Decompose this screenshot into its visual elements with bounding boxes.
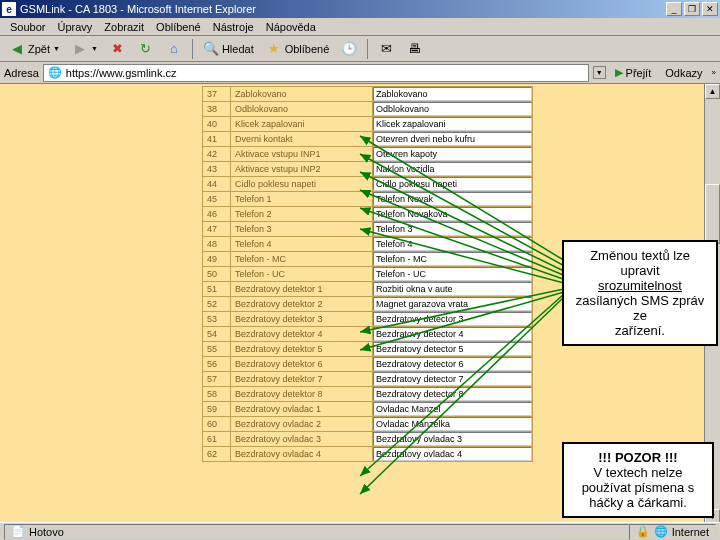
row-number: 59 bbox=[203, 402, 231, 417]
text-input[interactable]: Cidlo poklesu napeti bbox=[373, 177, 532, 191]
scroll-up-button[interactable]: ▲ bbox=[705, 84, 720, 99]
row-number: 43 bbox=[203, 162, 231, 177]
links-button[interactable]: Odkazy bbox=[660, 66, 707, 80]
row-input-cell: Telefon - MC bbox=[373, 252, 533, 267]
minimize-button[interactable]: _ bbox=[666, 2, 682, 16]
row-input-cell: Telefon Novak bbox=[373, 192, 533, 207]
scroll-thumb[interactable] bbox=[705, 184, 720, 244]
home-button[interactable]: ⌂ bbox=[161, 39, 187, 59]
text-input[interactable]: Bezdratovy ovladac 3 bbox=[373, 432, 532, 446]
favorites-button[interactable]: ★ Oblíbené bbox=[261, 39, 335, 59]
search-button[interactable]: 🔍 Hledat bbox=[198, 39, 259, 59]
text-input[interactable]: Otevren kapoty bbox=[373, 147, 532, 161]
row-description: Dverni kontakt bbox=[231, 132, 373, 147]
address-dropdown[interactable]: ▼ bbox=[593, 66, 606, 79]
text-input[interactable]: Bezdratovy detector 4 bbox=[373, 327, 532, 341]
row-input-cell: Bezdratovy detector 7 bbox=[373, 372, 533, 387]
row-description: Zablokovano bbox=[231, 87, 373, 102]
stop-button[interactable]: ✖ bbox=[105, 39, 131, 59]
row-input-cell: Telefon Novakova bbox=[373, 207, 533, 222]
text-input[interactable]: Bezdratovy detector 3 bbox=[373, 312, 532, 326]
forward-icon: ▶ bbox=[72, 41, 88, 57]
text-input[interactable]: Magnet garazova vrata bbox=[373, 297, 532, 311]
mail-button[interactable]: ✉ bbox=[373, 39, 399, 59]
mail-icon: ✉ bbox=[378, 41, 394, 57]
address-input[interactable]: 🌐 https://www.gsmlink.cz bbox=[43, 64, 589, 82]
row-number: 62 bbox=[203, 447, 231, 462]
window-title-bar: e GSMLink - CA 1803 - Microsoft Internet… bbox=[0, 0, 720, 18]
text-input[interactable]: Telefon 3 bbox=[373, 222, 532, 236]
row-description: Bezdratovy detektor 1 bbox=[231, 282, 373, 297]
row-input-cell: Odblokovano bbox=[373, 102, 533, 117]
text-input[interactable]: Bezdratovy detector 6 bbox=[373, 357, 532, 371]
refresh-button[interactable]: ↻ bbox=[133, 39, 159, 59]
maximize-button[interactable]: ❐ bbox=[684, 2, 700, 16]
close-button[interactable]: ✕ bbox=[702, 2, 718, 16]
home-icon: ⌂ bbox=[166, 41, 182, 57]
status-bar: 📄 Hotovo 🔒 🌐 Internet bbox=[0, 522, 720, 540]
text-input[interactable]: Bezdratovy detector 5 bbox=[373, 342, 532, 356]
row-input-cell: Telefon - UC bbox=[373, 267, 533, 282]
table-row: 57Bezdratovy detektor 7Bezdratovy detect… bbox=[203, 372, 533, 387]
text-input[interactable]: Telefon 4 bbox=[373, 237, 532, 251]
row-number: 42 bbox=[203, 147, 231, 162]
go-icon: ▶ bbox=[615, 66, 623, 79]
row-input-cell: Zablokovano bbox=[373, 87, 533, 102]
text-input[interactable]: Bezdratovy detector 8 bbox=[373, 387, 532, 401]
row-number: 54 bbox=[203, 327, 231, 342]
text-input[interactable]: Naklon vozidla bbox=[373, 162, 532, 176]
text-input[interactable]: Ovladac Manzelka bbox=[373, 417, 532, 431]
table-row: 59Bezdratovy ovladac 1Ovladac Manzel bbox=[203, 402, 533, 417]
go-label: Přejít bbox=[626, 67, 652, 79]
go-button[interactable]: ▶ Přejít bbox=[610, 65, 657, 80]
page-icon: 🌐 bbox=[48, 66, 62, 79]
table-row: 62Bezdratovy ovladac 4Bezdratovy ovladac… bbox=[203, 447, 533, 462]
text-input[interactable]: Rozbiti okna v aute bbox=[373, 282, 532, 296]
row-input-cell: Bezdratovy detector 5 bbox=[373, 342, 533, 357]
menu-nastroje[interactable]: Nástroje bbox=[207, 20, 260, 34]
text-input[interactable]: Telefon - MC bbox=[373, 252, 532, 266]
favorites-label: Oblíbené bbox=[285, 43, 330, 55]
text-input[interactable]: Telefon Novakova bbox=[373, 207, 532, 221]
row-description: Telefon 4 bbox=[231, 237, 373, 252]
row-number: 60 bbox=[203, 417, 231, 432]
row-description: Bezdratovy detektor 7 bbox=[231, 372, 373, 387]
back-label: Zpět bbox=[28, 43, 50, 55]
globe-icon: 🌐 bbox=[654, 525, 668, 538]
history-button[interactable]: 🕒 bbox=[336, 39, 362, 59]
text-input[interactable]: Zablokovano bbox=[373, 87, 532, 101]
menu-soubor[interactable]: Soubor bbox=[4, 20, 51, 34]
row-description: Bezdratovy detektor 2 bbox=[231, 297, 373, 312]
back-icon: ◀ bbox=[9, 41, 25, 57]
text-input[interactable]: Telefon - UC bbox=[373, 267, 532, 281]
text-input[interactable]: Bezdratovy detector 7 bbox=[373, 372, 532, 386]
forward-button[interactable]: ▶ ▼ bbox=[67, 39, 103, 59]
text-input[interactable]: Telefon Novak bbox=[373, 192, 532, 206]
row-input-cell: Ovladac Manzel bbox=[373, 402, 533, 417]
text-input[interactable]: Bezdratovy ovladac 4 bbox=[373, 447, 532, 461]
row-input-cell: Bezdratovy detector 4 bbox=[373, 327, 533, 342]
done-icon: 📄 bbox=[11, 525, 25, 538]
ie-icon: e bbox=[2, 2, 16, 16]
text-input[interactable]: Klicek zapalovani bbox=[373, 117, 532, 131]
status-zone: 🔒 🌐 Internet bbox=[629, 524, 716, 540]
text-input[interactable]: Odblokovano bbox=[373, 102, 532, 116]
row-number: 56 bbox=[203, 357, 231, 372]
menu-oblibene[interactable]: Oblíbené bbox=[150, 20, 207, 34]
search-icon: 🔍 bbox=[203, 41, 219, 57]
row-number: 49 bbox=[203, 252, 231, 267]
menu-upravy[interactable]: Úpravy bbox=[51, 20, 98, 34]
text-input[interactable]: Otevren dveri nebo kufru bbox=[373, 132, 532, 146]
menu-zobrazit[interactable]: Zobrazit bbox=[98, 20, 150, 34]
history-icon: 🕒 bbox=[341, 41, 357, 57]
row-number: 58 bbox=[203, 387, 231, 402]
status-text: Hotovo bbox=[29, 526, 64, 538]
callout1-line3: zasílaných SMS zpráv ze bbox=[574, 293, 706, 323]
row-description: Odblokovano bbox=[231, 102, 373, 117]
text-input[interactable]: Ovladac Manzel bbox=[373, 402, 532, 416]
menu-napoveda[interactable]: Nápověda bbox=[260, 20, 322, 34]
print-button[interactable]: 🖶 bbox=[401, 39, 427, 59]
row-number: 52 bbox=[203, 297, 231, 312]
row-number: 38 bbox=[203, 102, 231, 117]
back-button[interactable]: ◀ Zpět ▼ bbox=[4, 39, 65, 59]
